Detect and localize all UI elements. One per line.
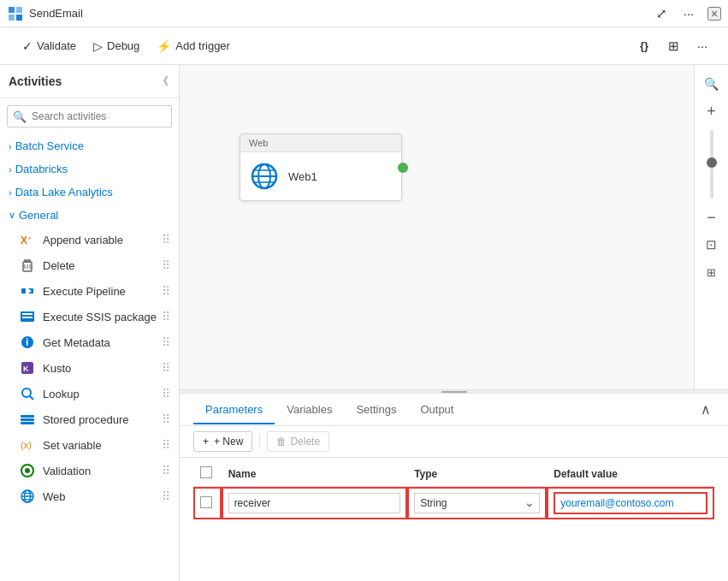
canvas-zoom-out-btn[interactable]: − (700, 205, 724, 229)
activity-node-connector[interactable] (398, 163, 408, 173)
more-btn[interactable]: ··· (677, 2, 701, 26)
panel-close-btn[interactable]: ∧ (697, 398, 714, 421)
delete-icon (19, 257, 36, 274)
col-header-check (193, 461, 222, 487)
sidebar-item-general[interactable]: ∨ General (0, 204, 179, 227)
chevron-down-icon: ∨ (9, 210, 15, 221)
row-name-cell (222, 487, 408, 520)
canvas-search-btn[interactable]: 🔍 (700, 72, 724, 96)
drag-handle-icon: ⠿ (162, 335, 170, 349)
table-row: Array Bool Float Int Object SecureString… (193, 487, 714, 520)
sidebar-item-databricks[interactable]: › Databricks (0, 157, 179, 181)
drag-handle-icon: ⠿ (162, 361, 170, 375)
sidebar-item-append-variable[interactable]: X + Append variable ⠿ (0, 227, 179, 252)
svg-text:X: X (21, 234, 27, 246)
zoom-slider[interactable] (710, 130, 713, 199)
svg-rect-3 (16, 15, 22, 21)
col-header-name: Name (222, 461, 408, 487)
sidebar-item-kusto[interactable]: K Kusto ⠿ (0, 355, 179, 381)
sidebar-controls: 《 (156, 72, 170, 91)
plus-icon: + (203, 436, 209, 448)
panel-tabs: Parameters Variables Settings Output ∧ (180, 394, 728, 426)
sidebar-item-web[interactable]: Web ⠿ (0, 483, 179, 509)
drag-handle-icon: ⠿ (162, 310, 170, 323)
add-trigger-button[interactable]: ⚡ Add trigger (148, 35, 239, 57)
sidebar-list: › Batch Service › Databricks › Data Lake… (0, 134, 179, 581)
panel-table: Name Type Default value (180, 458, 728, 581)
toolbar-divider (259, 434, 260, 449)
param-name-input[interactable] (228, 493, 401, 513)
template-button[interactable]: ⊞ (661, 34, 685, 58)
row-checkbox[interactable] (200, 496, 212, 508)
debug-button[interactable]: ▷ Debug (85, 35, 148, 57)
web-icon (19, 488, 36, 505)
restore-btn[interactable]: ⤢ (649, 2, 673, 26)
pipeline-canvas[interactable]: Web Web1 � (180, 65, 728, 389)
canvas-zoom-in-btn[interactable]: + (700, 99, 724, 123)
type-select-wrapper: Array Bool Float Int Object SecureString… (414, 493, 540, 513)
sidebar-item-validation[interactable]: Validation ⠿ (0, 458, 179, 483)
validate-button[interactable]: ✓ Validate (14, 35, 85, 57)
svg-rect-2 (9, 15, 15, 21)
code-view-button[interactable]: {} (632, 34, 656, 58)
ssis-icon (19, 308, 36, 325)
trigger-icon: ⚡ (157, 39, 171, 53)
sidebar-item-get-metadata[interactable]: i Get Metadata ⠿ (0, 329, 179, 355)
tab-variables[interactable]: Variables (275, 396, 344, 424)
more-options-button[interactable]: ··· (690, 34, 714, 58)
sidebar-item-ssis[interactable]: Execute SSIS package ⠿ (0, 304, 179, 329)
sidebar-item-datalake[interactable]: › Data Lake Analytics (0, 181, 179, 204)
param-default-input[interactable] (553, 492, 707, 514)
sidebar-collapse-btn[interactable]: 《 (156, 72, 170, 91)
delete-parameter-btn[interactable]: 🗑 Delete (267, 431, 329, 452)
tab-settings[interactable]: Settings (344, 396, 408, 424)
chevron-right-icon: › (9, 187, 12, 198)
canvas-controls: 🔍 + − ⊡ ⊞ (694, 65, 728, 389)
search-icon: 🔍 (13, 110, 27, 123)
search-input[interactable] (7, 105, 172, 127)
canvas-fit-btn[interactable]: ⊡ (700, 233, 724, 257)
svg-point-28 (25, 468, 30, 473)
sidebar-item-lookup[interactable]: Lookup ⠿ (0, 381, 179, 406)
close-btn[interactable]: × (707, 7, 721, 21)
sidebar-item-stored-procedure[interactable]: Stored procedure ⠿ (0, 406, 179, 432)
tab-parameters[interactable]: Parameters (193, 396, 275, 424)
col-header-default: Default value (547, 461, 714, 487)
svg-line-22 (30, 396, 33, 400)
svg-text:i: i (26, 336, 28, 348)
svg-point-21 (22, 388, 31, 397)
svg-text:K: K (23, 365, 29, 373)
col-header-type: Type (407, 461, 547, 487)
bottom-panel: Parameters Variables Settings Output ∧ +… (180, 393, 728, 581)
new-parameter-btn[interactable]: + + New (193, 431, 252, 452)
chevron-right-icon: › (9, 141, 12, 151)
svg-rect-15 (22, 317, 33, 318)
row-type-cell: Array Bool Float Int Object SecureString… (407, 487, 547, 520)
canvas-grid-btn[interactable]: ⊞ (700, 260, 724, 284)
execute-pipeline-icon (19, 282, 36, 299)
svg-text:(x): (x) (21, 440, 32, 450)
param-type-select[interactable]: Array Bool Float Int Object SecureString… (414, 493, 540, 513)
node-globe-icon (249, 161, 280, 192)
activity-node-web1[interactable]: Web Web1 (240, 133, 402, 201)
sidebar-item-batch[interactable]: › Batch Service (0, 134, 179, 157)
svg-rect-1 (16, 7, 22, 13)
stored-procedure-icon (19, 411, 36, 428)
svg-rect-25 (21, 422, 34, 424)
kusto-icon: K (19, 359, 36, 376)
svg-text:+: + (27, 234, 32, 242)
chevron-right-icon: › (9, 164, 12, 175)
delete-icon: 🗑 (276, 436, 287, 448)
tab-output[interactable]: Output (408, 396, 465, 424)
sidebar-item-execute-pipeline[interactable]: Execute Pipeline ⠿ (0, 278, 179, 304)
drag-handle-icon: ⠿ (162, 233, 170, 246)
svg-rect-7 (25, 260, 30, 262)
sidebar-item-delete[interactable]: Delete ⠿ (0, 252, 179, 278)
sidebar: Activities 《 🔍 › Batch Service › Databri… (0, 65, 180, 581)
svg-rect-0 (9, 7, 15, 13)
sidebar-item-set-variable[interactable]: (x) Set variable ⠿ (0, 432, 179, 458)
append-variable-icon: X + (19, 231, 36, 248)
title-bar: SendEmail ⤢ ··· × (0, 0, 728, 27)
select-all-checkbox[interactable] (200, 466, 212, 478)
svg-rect-24 (21, 418, 34, 421)
